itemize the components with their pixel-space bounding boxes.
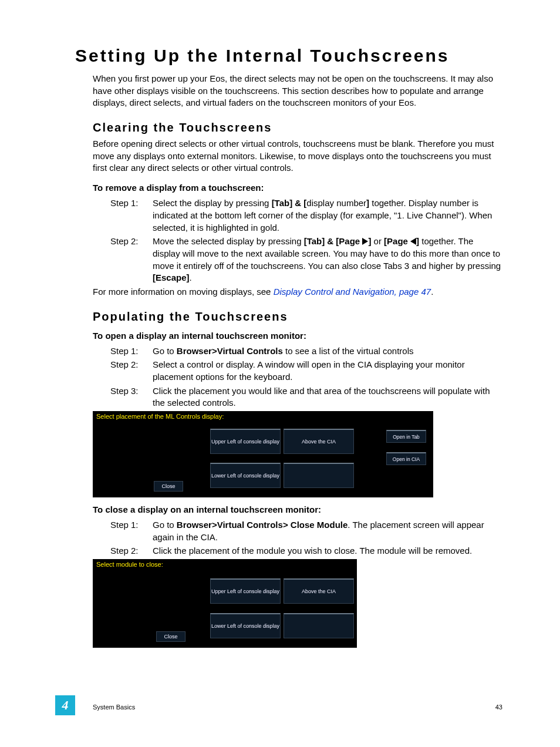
step-label: Step 1: xyxy=(110,519,153,543)
lower-left-button[interactable]: Lower Left of console display xyxy=(210,613,281,638)
step-body: Go to Browser>Virtual Controls to see a … xyxy=(153,345,502,358)
section-populating-title: Populating the Touchscreens xyxy=(93,310,502,324)
triangle-right-icon xyxy=(362,238,368,245)
text-bold: [Tab] & [ xyxy=(272,198,307,208)
dialog-title: Select module to close: xyxy=(96,561,163,568)
text: For more information on moving displays,… xyxy=(93,287,274,297)
text: Go to xyxy=(153,520,177,530)
empty-slot xyxy=(284,463,354,488)
page-title: Setting Up the Internal Touchscreens xyxy=(75,46,502,66)
step-row: Step 1: Go to Browser>Virtual Controls> … xyxy=(110,519,502,543)
text-bold: [Tab] & [Page xyxy=(304,236,363,246)
step-body: Select the display by pressing [Tab] & [… xyxy=(153,197,502,234)
step-row: Step 2: Move the selected display by pre… xyxy=(110,235,502,284)
text: Go to xyxy=(153,346,177,356)
section-clearing-title: Clearing the Touchscreens xyxy=(93,121,502,134)
footer-section-name: System Basics xyxy=(93,704,135,711)
text: . xyxy=(190,272,192,282)
close-module-dialog-screenshot: Select module to close: Close Upper Left… xyxy=(93,559,357,648)
cross-reference-link[interactable]: Display Control and Navigation, page 47 xyxy=(274,287,431,297)
text: to see a list of the virtual controls xyxy=(283,346,414,356)
upper-left-button[interactable]: Upper Left of console display xyxy=(210,429,281,454)
text: Select the display by pressing xyxy=(153,198,272,208)
open-in-cia-button[interactable]: Open in CIA xyxy=(386,452,426,465)
more-info-line: For more information on moving displays,… xyxy=(93,286,502,298)
step-row: Step 2: Select a control or display. A w… xyxy=(110,359,502,383)
step-row: Step 3: Click the placement you would li… xyxy=(110,385,502,409)
close-display-heading: To close a display on an internal touchs… xyxy=(93,504,502,514)
step-label: Step 1: xyxy=(110,345,153,358)
text: . xyxy=(431,287,433,297)
step-body: Move the selected display by pressing [T… xyxy=(153,235,502,284)
footer-page-number: 43 xyxy=(495,704,502,711)
step-row: Step 1: Go to Browser>Virtual Controls t… xyxy=(110,345,502,358)
close-button[interactable]: Close xyxy=(156,631,185,642)
step-label: Step 2: xyxy=(110,235,153,284)
open-display-heading: To open a display an internal touchscree… xyxy=(93,331,502,341)
text-bold: Browser>Virtual Controls> Close Module xyxy=(177,520,348,530)
step-row: Step 1: Select the display by pressing [… xyxy=(110,197,502,234)
lower-left-button[interactable]: Lower Left of console display xyxy=(210,463,281,488)
step-body: Click the placement of the module you wi… xyxy=(153,545,502,557)
text-bold: [Page xyxy=(384,236,410,246)
step-label: Step 2: xyxy=(110,359,153,383)
upper-left-button[interactable]: Upper Left of console display xyxy=(210,578,281,604)
step-body: Click the placement you would like and t… xyxy=(153,385,502,409)
step-label: Step 2: xyxy=(110,545,153,557)
step-row: Step 2: Click the placement of the modul… xyxy=(110,545,502,557)
open-in-tab-button[interactable]: Open in Tab xyxy=(386,430,426,443)
step-label: Step 3: xyxy=(110,385,153,409)
step-body: Go to Browser>Virtual Controls> Close Mo… xyxy=(153,519,502,543)
dialog-title: Select placement of the ML Controls disp… xyxy=(96,413,224,420)
placement-dialog-screenshot: Select placement of the ML Controls disp… xyxy=(93,411,433,497)
text: Move the selected display by pressing xyxy=(153,236,304,246)
section-clearing-para: Before opening direct selects or other v… xyxy=(93,138,502,174)
remove-display-heading: To remove a display from a touchscreen: xyxy=(93,183,502,193)
close-button[interactable]: Close xyxy=(154,481,183,492)
triangle-left-icon xyxy=(410,238,416,245)
chapter-number-badge: 4 xyxy=(55,695,75,715)
above-cia-button[interactable]: Above the CIA xyxy=(284,578,354,604)
intro-paragraph: When you first power up your Eos, the di… xyxy=(93,73,502,109)
text: or xyxy=(371,236,384,246)
text: display number xyxy=(306,198,366,208)
empty-slot xyxy=(284,613,354,638)
step-label: Step 1: xyxy=(110,197,153,234)
text-bold: [Escape] xyxy=(153,272,190,282)
step-body: Select a control or display. A window wi… xyxy=(153,359,502,383)
text-bold: Browser>Virtual Controls xyxy=(177,346,283,356)
above-cia-button[interactable]: Above the CIA xyxy=(284,429,354,454)
